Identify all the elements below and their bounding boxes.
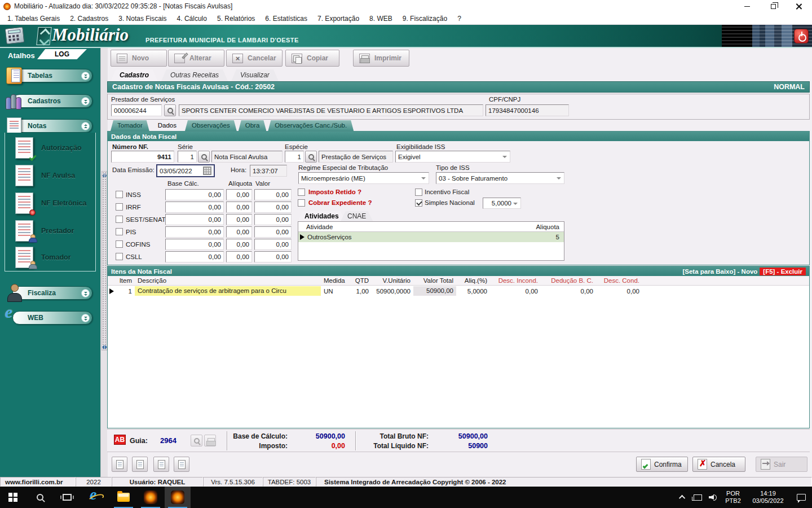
item-row[interactable]: 1 Contratação de serviços de arbitragem … [108,286,809,296]
sidebar-item-autorizacao[interactable]: Autorização [5,135,95,162]
especie-field[interactable]: 1 [285,151,304,163]
splitter-grip[interactable] [102,171,107,351]
sidebar-item-nf-eletronica[interactable]: NF Eletrônica [5,190,95,217]
taskbar-mobiliario-button[interactable] [165,487,191,508]
cofins-aliq-field[interactable]: 0,00 [226,239,252,250]
record-first-button[interactable] [112,457,127,472]
confirma-button[interactable]: Confirma [636,457,688,472]
simples-aliquota-select[interactable]: 5,0000 [483,198,521,209]
record-next-button[interactable] [153,457,169,472]
menu-cadastros[interactable]: 2. Cadastros [65,14,113,24]
incentivo-fiscal-checkbox[interactable] [415,189,422,196]
sidebar-group-fiscaliza[interactable]: Fiscaliza [12,286,92,300]
calendar-icon[interactable] [203,167,211,175]
tab-outras-receitas[interactable]: Outras Receitas [161,69,228,81]
csll-base-field[interactable]: 0,00 [165,251,224,262]
simples-nacional-checkbox[interactable] [415,199,422,207]
chevron-down-icon[interactable] [81,314,90,322]
menu-fiscalizacao[interactable]: 9. Fiscalização [398,14,452,24]
network-tray-icon[interactable] [690,494,705,501]
sidebar-group-tabelas[interactable]: Tabelas [12,69,92,82]
sest-senat-checkbox[interactable] [116,216,123,223]
power-button[interactable] [794,29,809,43]
serie-field[interactable]: 1 [178,151,197,163]
tab-observacoes[interactable]: Observações [185,120,237,131]
cancelar-button[interactable]: × Cancelar [226,50,283,67]
sair-button[interactable]: Sair [756,457,807,472]
serie-search-button[interactable] [198,151,210,163]
menu-calculo[interactable]: 4. Cálculo [172,14,212,24]
sidebar-item-tomador[interactable]: Tomador [5,244,95,271]
chevron-down-icon[interactable] [81,72,90,80]
sidebar-group-notas[interactable]: Notas [12,119,92,133]
copiar-button[interactable]: Copiar [285,50,339,67]
irrf-aliq-field[interactable]: 0,00 [226,202,252,213]
sidebar-group-cadastros[interactable]: Cadastros [12,94,92,108]
cancela-button[interactable]: ✗ Cancela [692,457,745,472]
menu-help[interactable]: ? [452,14,466,24]
sest-senat-base-field[interactable]: 0,00 [165,214,224,225]
menu-notas-fiscais[interactable]: 3. Notas Fiscais [113,14,171,24]
close-button[interactable] [786,0,812,12]
tray-expand-button[interactable] [676,495,690,500]
csll-valor-field[interactable]: 0,00 [254,251,292,262]
pis-base-field[interactable]: 0,00 [165,226,224,238]
guia-search-button[interactable] [191,435,202,446]
sidebar-item-nf-avulsa[interactable]: NF Avulsa [5,163,95,190]
regime-select[interactable]: Microempresário (ME) [298,172,429,184]
imprimir-button[interactable]: Imprimir [353,50,409,67]
sest-senat-aliq-field[interactable]: 0,00 [226,214,252,225]
taskbar-fiorilli-app-button[interactable] [138,487,164,508]
tab-cnae[interactable]: CNAE [341,211,373,221]
minimize-button[interactable] [734,0,760,12]
taskbar-search-button[interactable] [27,487,53,508]
irrf-base-field[interactable]: 0,00 [165,202,224,213]
menu-tabelas-gerais[interactable]: 1. Tabelas Gerais [2,14,65,24]
menu-web[interactable]: 8. WEB [364,14,398,24]
taskbar-ie-button[interactable] [82,487,108,508]
start-button[interactable] [0,487,26,508]
novo-button[interactable]: Novo [111,50,167,67]
tab-visualizar[interactable]: Visualizar [231,69,279,81]
inss-checkbox[interactable] [116,191,123,198]
record-prev-button[interactable] [132,457,148,472]
action-center-button[interactable] [791,494,812,501]
cofins-base-field[interactable]: 0,00 [165,239,224,250]
irrf-valor-field[interactable]: 0,00 [254,202,292,213]
tab-observacoes-canc-sub[interactable]: Observações Canc./Sub. [268,120,354,131]
atividade-row[interactable]: OutrosServiços 5 [298,232,564,242]
csll-aliq-field[interactable]: 0,00 [226,251,252,262]
prestador-code-field[interactable]: 000006244 [111,104,162,116]
language-indicator[interactable]: POR PTB2 [721,490,745,505]
volume-tray-icon[interactable] [705,494,721,501]
numero-nf-field[interactable]: 9411 [111,151,174,163]
pis-aliq-field[interactable]: 0,00 [226,226,252,238]
irrf-checkbox[interactable] [116,203,123,211]
clock[interactable]: 14:19 03/05/2022 [745,490,791,505]
guia-print-button[interactable] [204,435,216,446]
pis-valor-field[interactable]: 0,00 [254,226,292,238]
csll-checkbox[interactable] [116,253,123,260]
tab-cadastro[interactable]: Cadastro [111,69,158,81]
exigibilidade-select[interactable]: Exigivel [395,151,510,163]
inss-base-field[interactable]: 0,00 [165,189,224,200]
menu-exportacao[interactable]: 7. Exportação [312,14,364,24]
tab-dados[interactable]: Dados [151,120,183,131]
alterar-button[interactable]: Alterar [168,50,224,67]
sidebar-group-web[interactable]: WEB [12,311,92,325]
chevron-down-icon[interactable] [81,97,90,106]
task-view-button[interactable] [54,487,80,508]
tab-atividades[interactable]: Atividades [298,211,346,221]
especie-search-button[interactable] [305,151,317,163]
chevron-up-icon[interactable] [81,122,90,130]
chevron-down-icon[interactable] [81,289,90,297]
taskbar-explorer-button[interactable] [111,487,136,508]
tipo-iss-select[interactable]: 03 - Sobre Faturamento [436,172,564,184]
record-last-button[interactable] [174,457,189,472]
imposto-retido-checkbox[interactable] [298,189,305,196]
menu-estatisticas[interactable]: 6. Estatísticas [260,14,312,24]
inss-valor-field[interactable]: 0,00 [254,189,292,200]
data-emissao-field[interactable]: 03/05/2022 [156,164,215,177]
inss-aliq-field[interactable]: 0,00 [226,189,252,200]
cofins-checkbox[interactable] [116,240,123,248]
